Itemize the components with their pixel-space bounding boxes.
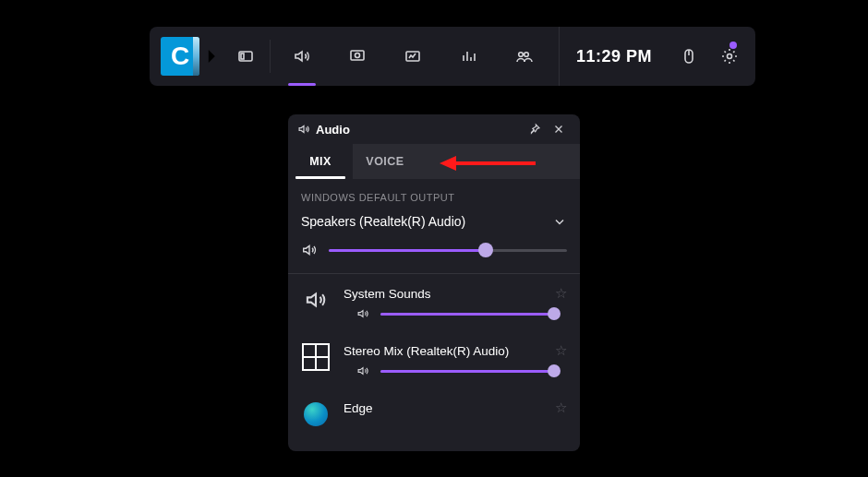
- favorite-star-icon[interactable]: ☆: [555, 285, 567, 302]
- chevron-right-icon[interactable]: [199, 43, 225, 69]
- favorite-star-icon[interactable]: ☆: [555, 399, 567, 416]
- app-logo-letter: C: [171, 42, 189, 71]
- resources-button[interactable]: [440, 27, 496, 86]
- tab-mix[interactable]: MIX: [288, 144, 353, 179]
- app-volume-slider[interactable]: [380, 313, 554, 316]
- speaker-icon[interactable]: [301, 242, 318, 258]
- app-volume-slider[interactable]: [380, 370, 554, 373]
- capture-button[interactable]: [330, 27, 385, 86]
- output-volume-slider[interactable]: [329, 249, 567, 252]
- app-name: System Sounds: [344, 287, 431, 301]
- audio-button[interactable]: [274, 27, 330, 86]
- mouse-settings-button[interactable]: [669, 27, 709, 86]
- settings-button[interactable]: [709, 27, 750, 86]
- clock: 11:29 PM: [559, 27, 669, 86]
- app-row-edge: Edge ☆: [288, 388, 580, 429]
- app-logo: C: [161, 37, 199, 76]
- app-name: Stereo Mix (Realtek(R) Audio): [344, 344, 509, 358]
- notification-dot-icon: [729, 42, 737, 49]
- speaker-icon[interactable]: [356, 307, 369, 320]
- pin-button[interactable]: [523, 117, 547, 141]
- output-volume-row: [288, 233, 580, 273]
- separator: [270, 40, 271, 73]
- favorite-star-icon[interactable]: ☆: [555, 342, 567, 359]
- app-volume-row: [344, 359, 567, 387]
- app-name: Edge: [344, 401, 373, 415]
- edge-icon: [301, 399, 331, 429]
- tabs: MIX VOICE: [288, 144, 580, 179]
- tab-voice[interactable]: VOICE: [353, 144, 417, 179]
- chevron-down-icon: [552, 214, 567, 229]
- app-row-system-sounds: System Sounds ☆: [288, 274, 580, 331]
- output-section-label: WINDOWS DEFAULT OUTPUT: [288, 179, 580, 209]
- grid-icon: [301, 342, 331, 372]
- xbox-social-button[interactable]: [496, 27, 551, 86]
- speaker-icon: [301, 285, 331, 315]
- tabs-fill: [417, 144, 580, 179]
- panel-header: Audio: [288, 114, 580, 144]
- app-volume-row: [344, 302, 567, 329]
- app-row-stereo-mix: Stereo Mix (Realtek(R) Audio) ☆: [288, 331, 580, 388]
- audio-panel: Audio MIX VOICE WINDOWS DEFAULT OUTPUT S…: [288, 114, 580, 451]
- widgets-button[interactable]: [225, 27, 266, 86]
- speaker-icon[interactable]: [356, 364, 369, 377]
- panel-title: Audio: [316, 123, 350, 137]
- speaker-icon: [297, 123, 310, 136]
- close-button[interactable]: [547, 117, 571, 141]
- game-bar-toolbar: C 11:29 PM: [150, 27, 755, 86]
- output-device-name: Speakers (Realtek(R) Audio): [301, 214, 465, 229]
- output-device-dropdown[interactable]: Speakers (Realtek(R) Audio): [288, 209, 580, 233]
- performance-button[interactable]: [385, 27, 440, 86]
